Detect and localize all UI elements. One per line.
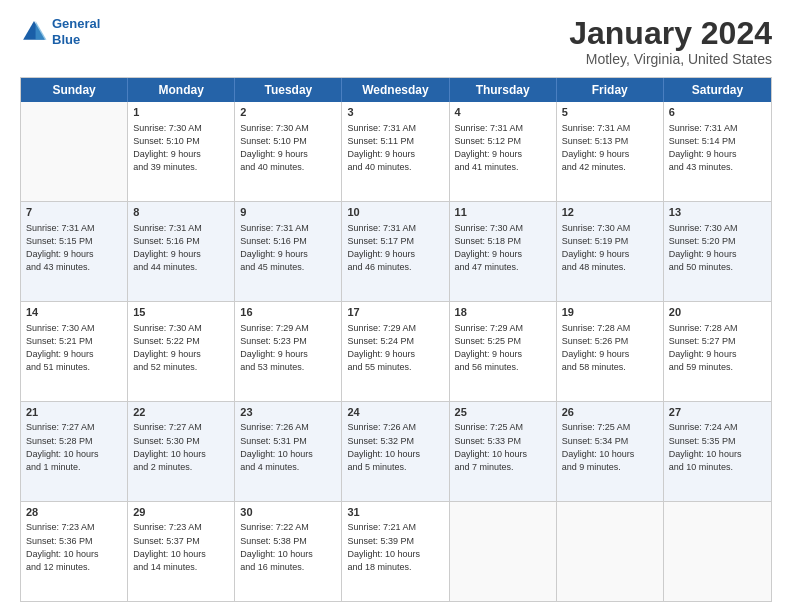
day-cell-5: 5Sunrise: 7:31 AM Sunset: 5:13 PM Daylig… xyxy=(557,102,664,201)
day-info: Sunrise: 7:27 AM Sunset: 5:28 PM Dayligh… xyxy=(26,421,122,473)
header-day-sunday: Sunday xyxy=(21,78,128,102)
logo-icon xyxy=(20,18,48,46)
empty-cell xyxy=(664,502,771,601)
day-cell-13: 13Sunrise: 7:30 AM Sunset: 5:20 PM Dayli… xyxy=(664,202,771,301)
day-info: Sunrise: 7:31 AM Sunset: 5:13 PM Dayligh… xyxy=(562,122,658,174)
day-number: 10 xyxy=(347,205,443,220)
day-cell-30: 30Sunrise: 7:22 AM Sunset: 5:38 PM Dayli… xyxy=(235,502,342,601)
logo-line2: Blue xyxy=(52,32,100,48)
header-day-tuesday: Tuesday xyxy=(235,78,342,102)
day-number: 11 xyxy=(455,205,551,220)
day-info: Sunrise: 7:26 AM Sunset: 5:31 PM Dayligh… xyxy=(240,421,336,473)
day-number: 15 xyxy=(133,305,229,320)
day-number: 26 xyxy=(562,405,658,420)
day-info: Sunrise: 7:22 AM Sunset: 5:38 PM Dayligh… xyxy=(240,521,336,573)
day-cell-22: 22Sunrise: 7:27 AM Sunset: 5:30 PM Dayli… xyxy=(128,402,235,501)
day-number: 17 xyxy=(347,305,443,320)
day-cell-27: 27Sunrise: 7:24 AM Sunset: 5:35 PM Dayli… xyxy=(664,402,771,501)
day-number: 13 xyxy=(669,205,766,220)
day-info: Sunrise: 7:26 AM Sunset: 5:32 PM Dayligh… xyxy=(347,421,443,473)
day-number: 22 xyxy=(133,405,229,420)
day-cell-24: 24Sunrise: 7:26 AM Sunset: 5:32 PM Dayli… xyxy=(342,402,449,501)
day-cell-8: 8Sunrise: 7:31 AM Sunset: 5:16 PM Daylig… xyxy=(128,202,235,301)
day-number: 7 xyxy=(26,205,122,220)
day-number: 21 xyxy=(26,405,122,420)
day-number: 29 xyxy=(133,505,229,520)
day-number: 19 xyxy=(562,305,658,320)
day-info: Sunrise: 7:31 AM Sunset: 5:15 PM Dayligh… xyxy=(26,222,122,274)
day-cell-7: 7Sunrise: 7:31 AM Sunset: 5:15 PM Daylig… xyxy=(21,202,128,301)
day-cell-15: 15Sunrise: 7:30 AM Sunset: 5:22 PM Dayli… xyxy=(128,302,235,401)
day-info: Sunrise: 7:25 AM Sunset: 5:34 PM Dayligh… xyxy=(562,421,658,473)
day-cell-2: 2Sunrise: 7:30 AM Sunset: 5:10 PM Daylig… xyxy=(235,102,342,201)
day-number: 18 xyxy=(455,305,551,320)
day-cell-3: 3Sunrise: 7:31 AM Sunset: 5:11 PM Daylig… xyxy=(342,102,449,201)
calendar-row-0: 1Sunrise: 7:30 AM Sunset: 5:10 PM Daylig… xyxy=(21,102,771,202)
day-info: Sunrise: 7:29 AM Sunset: 5:23 PM Dayligh… xyxy=(240,322,336,374)
day-info: Sunrise: 7:28 AM Sunset: 5:26 PM Dayligh… xyxy=(562,322,658,374)
day-info: Sunrise: 7:30 AM Sunset: 5:19 PM Dayligh… xyxy=(562,222,658,274)
day-cell-19: 19Sunrise: 7:28 AM Sunset: 5:26 PM Dayli… xyxy=(557,302,664,401)
logo-line1: General xyxy=(52,16,100,31)
day-number: 27 xyxy=(669,405,766,420)
day-cell-1: 1Sunrise: 7:30 AM Sunset: 5:10 PM Daylig… xyxy=(128,102,235,201)
day-cell-28: 28Sunrise: 7:23 AM Sunset: 5:36 PM Dayli… xyxy=(21,502,128,601)
day-info: Sunrise: 7:30 AM Sunset: 5:21 PM Dayligh… xyxy=(26,322,122,374)
day-info: Sunrise: 7:25 AM Sunset: 5:33 PM Dayligh… xyxy=(455,421,551,473)
day-number: 4 xyxy=(455,105,551,120)
calendar-row-4: 28Sunrise: 7:23 AM Sunset: 5:36 PM Dayli… xyxy=(21,502,771,601)
day-number: 8 xyxy=(133,205,229,220)
empty-cell xyxy=(21,102,128,201)
day-info: Sunrise: 7:29 AM Sunset: 5:25 PM Dayligh… xyxy=(455,322,551,374)
day-info: Sunrise: 7:30 AM Sunset: 5:10 PM Dayligh… xyxy=(240,122,336,174)
day-cell-16: 16Sunrise: 7:29 AM Sunset: 5:23 PM Dayli… xyxy=(235,302,342,401)
logo-text: General Blue xyxy=(52,16,100,47)
header-day-saturday: Saturday xyxy=(664,78,771,102)
day-number: 1 xyxy=(133,105,229,120)
subtitle: Motley, Virginia, United States xyxy=(569,51,772,67)
day-number: 6 xyxy=(669,105,766,120)
day-number: 23 xyxy=(240,405,336,420)
day-number: 24 xyxy=(347,405,443,420)
day-info: Sunrise: 7:27 AM Sunset: 5:30 PM Dayligh… xyxy=(133,421,229,473)
title-block: January 2024 Motley, Virginia, United St… xyxy=(569,16,772,67)
calendar-row-1: 7Sunrise: 7:31 AM Sunset: 5:15 PM Daylig… xyxy=(21,202,771,302)
calendar-row-2: 14Sunrise: 7:30 AM Sunset: 5:21 PM Dayli… xyxy=(21,302,771,402)
header-day-monday: Monday xyxy=(128,78,235,102)
day-cell-4: 4Sunrise: 7:31 AM Sunset: 5:12 PM Daylig… xyxy=(450,102,557,201)
day-number: 5 xyxy=(562,105,658,120)
day-info: Sunrise: 7:28 AM Sunset: 5:27 PM Dayligh… xyxy=(669,322,766,374)
day-info: Sunrise: 7:31 AM Sunset: 5:11 PM Dayligh… xyxy=(347,122,443,174)
empty-cell xyxy=(450,502,557,601)
day-number: 16 xyxy=(240,305,336,320)
header-day-friday: Friday xyxy=(557,78,664,102)
day-cell-6: 6Sunrise: 7:31 AM Sunset: 5:14 PM Daylig… xyxy=(664,102,771,201)
day-info: Sunrise: 7:21 AM Sunset: 5:39 PM Dayligh… xyxy=(347,521,443,573)
day-cell-9: 9Sunrise: 7:31 AM Sunset: 5:16 PM Daylig… xyxy=(235,202,342,301)
day-info: Sunrise: 7:24 AM Sunset: 5:35 PM Dayligh… xyxy=(669,421,766,473)
day-number: 3 xyxy=(347,105,443,120)
day-info: Sunrise: 7:31 AM Sunset: 5:16 PM Dayligh… xyxy=(133,222,229,274)
day-cell-25: 25Sunrise: 7:25 AM Sunset: 5:33 PM Dayli… xyxy=(450,402,557,501)
day-cell-18: 18Sunrise: 7:29 AM Sunset: 5:25 PM Dayli… xyxy=(450,302,557,401)
day-cell-20: 20Sunrise: 7:28 AM Sunset: 5:27 PM Dayli… xyxy=(664,302,771,401)
day-cell-26: 26Sunrise: 7:25 AM Sunset: 5:34 PM Dayli… xyxy=(557,402,664,501)
calendar-header: SundayMondayTuesdayWednesdayThursdayFrid… xyxy=(21,78,771,102)
day-info: Sunrise: 7:23 AM Sunset: 5:37 PM Dayligh… xyxy=(133,521,229,573)
day-number: 12 xyxy=(562,205,658,220)
day-cell-29: 29Sunrise: 7:23 AM Sunset: 5:37 PM Dayli… xyxy=(128,502,235,601)
day-info: Sunrise: 7:30 AM Sunset: 5:22 PM Dayligh… xyxy=(133,322,229,374)
day-info: Sunrise: 7:31 AM Sunset: 5:12 PM Dayligh… xyxy=(455,122,551,174)
day-cell-14: 14Sunrise: 7:30 AM Sunset: 5:21 PM Dayli… xyxy=(21,302,128,401)
day-info: Sunrise: 7:31 AM Sunset: 5:16 PM Dayligh… xyxy=(240,222,336,274)
day-number: 31 xyxy=(347,505,443,520)
day-info: Sunrise: 7:23 AM Sunset: 5:36 PM Dayligh… xyxy=(26,521,122,573)
day-info: Sunrise: 7:30 AM Sunset: 5:18 PM Dayligh… xyxy=(455,222,551,274)
calendar-row-3: 21Sunrise: 7:27 AM Sunset: 5:28 PM Dayli… xyxy=(21,402,771,502)
day-cell-21: 21Sunrise: 7:27 AM Sunset: 5:28 PM Dayli… xyxy=(21,402,128,501)
header: General Blue January 2024 Motley, Virgin… xyxy=(20,16,772,67)
calendar-body: 1Sunrise: 7:30 AM Sunset: 5:10 PM Daylig… xyxy=(21,102,771,601)
page: General Blue January 2024 Motley, Virgin… xyxy=(0,0,792,612)
day-cell-10: 10Sunrise: 7:31 AM Sunset: 5:17 PM Dayli… xyxy=(342,202,449,301)
day-cell-11: 11Sunrise: 7:30 AM Sunset: 5:18 PM Dayli… xyxy=(450,202,557,301)
